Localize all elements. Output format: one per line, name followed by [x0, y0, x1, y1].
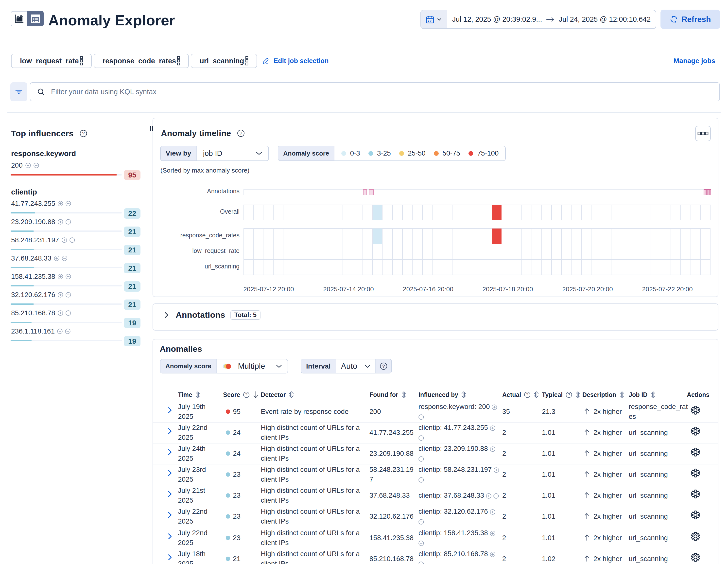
- svg-text:?: ?: [82, 131, 85, 136]
- svg-text:?: ?: [568, 392, 570, 397]
- svg-text:?: ?: [526, 392, 528, 397]
- svg-text:?: ?: [245, 392, 247, 397]
- svg-text:?: ?: [240, 131, 242, 136]
- svg-text:?: ?: [382, 364, 385, 369]
